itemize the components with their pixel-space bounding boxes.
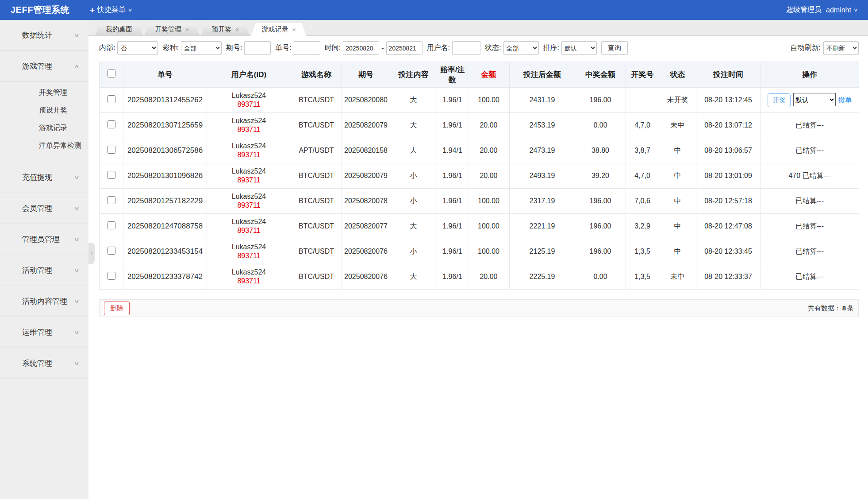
sidebar-item-管理员管理[interactable]: 管理员管理∨ [0,224,88,255]
row-select-cell [100,239,123,264]
bet-content-cell: 小 [390,189,437,214]
column-header-投注内容: 投注内容 [390,62,437,88]
row-checkbox[interactable] [108,171,115,179]
lottery-select[interactable]: 全部 [181,41,222,55]
sidebar-item-label: 管理员管理 [22,234,60,244]
select-all-checkbox[interactable] [108,70,115,77]
amount-cell: 20.00 [468,264,510,290]
draw-no-cell: 1,3,5 [626,239,659,264]
sidebar-item-会员管理[interactable]: 会员管理∨ [0,193,88,224]
row-checkbox[interactable] [108,247,115,255]
balance-after-cell: 2493.19 [510,163,575,189]
row-select-cell [100,88,123,113]
order-no-cell: 202508201257182229 [123,189,207,214]
table-row: 202508201233453154Lukasz524893711BTC/USD… [100,239,859,264]
row-checkbox[interactable] [108,146,115,154]
game-cell: BTC/USDT [291,239,342,264]
sidebar-item-活动内容管理[interactable]: 活动内容管理∨ [0,286,88,317]
column-header-单号: 单号 [123,62,207,88]
tab-我的桌面[interactable]: 我的桌面 [95,23,143,36]
sidebar-item-充值提现[interactable]: 充值提现∨ [0,162,88,193]
row-checkbox[interactable] [108,196,115,204]
sidebar-subitem-注单异常检测[interactable]: 注单异常检测 [0,137,88,155]
auto-refresh-select[interactable]: 不刷新 [823,41,859,55]
quick-menu-button[interactable]: + 快捷菜单 ∨ [90,5,132,15]
close-icon[interactable]: × [235,27,239,33]
win-amount-cell: 0.00 [575,264,626,290]
row-checkbox[interactable] [108,272,115,280]
user-menu[interactable]: adminht ∨ [826,6,857,14]
sidebar-item-数据统计[interactable]: 数据统计∨ [0,20,88,50]
query-button[interactable]: 查询 [601,41,628,55]
cancel-order-link[interactable]: 撤单 [838,96,852,104]
time-from-input[interactable] [343,41,379,55]
win-amount-cell: 39.20 [575,163,626,189]
user-role-label: 超级管理员 [786,5,822,15]
tab-开奖管理[interactable]: 开奖管理× [144,23,200,36]
sidebar-subitem-开奖管理[interactable]: 开奖管理 [0,84,88,101]
amount-cell: 100.00 [468,239,510,264]
username-input[interactable] [452,41,480,55]
tab-预开奖[interactable]: 预开奖× [201,23,250,36]
time-to-input[interactable] [386,41,422,55]
sidebar-subitem-游戏记录[interactable]: 游戏记录 [0,119,88,137]
bet-content-cell: 大 [390,138,437,163]
order-no-cell: 202508201233378742 [123,264,207,290]
tab-label: 游戏记录 [261,25,288,34]
action-cell: 已结算--- [760,264,859,290]
draw-no-cell: 3,8,7 [626,138,659,163]
action-cell: 已结算--- [760,189,859,214]
draw-no-cell [626,88,659,113]
column-header-操作: 操作 [760,62,859,88]
sidebar-item-运维管理[interactable]: 运维管理∨ [0,317,88,348]
game-cell: BTC/USDT [291,214,342,239]
sidebar-subitem-预设开奖[interactable]: 预设开奖 [0,101,88,119]
sidebar-item-label: 充值提现 [22,172,52,182]
chevron-down-icon: ∨ [853,7,858,13]
issue-cell: 20250820079 [342,113,390,138]
odds-cell: 1.96/1 [437,214,468,239]
sidebar-item-活动管理[interactable]: 活动管理∨ [0,255,88,286]
status-select[interactable]: 全部 [503,41,539,55]
win-amount-cell: 38.80 [575,138,626,163]
row-select-cell [100,138,123,163]
game-cell: APT/USDT [291,138,342,163]
order-no-cell: 202508201312455262 [123,88,207,113]
settled-text: 已结算--- [795,121,824,129]
action-cell: 开奖默认撤单 [760,88,859,113]
issue-cell: 20250820076 [342,239,390,264]
issue-cell: 20250820076 [342,264,390,290]
sidebar-item-label: 会员管理 [22,203,52,213]
close-icon[interactable]: × [292,27,296,33]
username-text: Lukasz524 [209,142,289,151]
close-icon[interactable]: × [185,27,189,33]
amount-cell: 100.00 [468,88,510,113]
issue-cell: 20250820077 [342,214,390,239]
internal-select[interactable]: 否 [117,41,158,55]
sort-select[interactable]: 默认 [561,41,597,55]
sidebar-item-游戏管理[interactable]: 游戏管理∧ [0,51,88,81]
order-input[interactable] [294,41,320,55]
issue-input[interactable] [244,41,271,55]
settled-text: 470 已结算--- [788,172,830,179]
username-text: Lukasz524 [209,91,289,100]
row-checkbox[interactable] [108,120,115,128]
row-checkbox[interactable] [108,221,115,229]
column-header-中奖金额: 中奖金额 [575,62,626,88]
user-cell: Lukasz524893711 [207,189,291,214]
sidebar-item-label: 数据统计 [22,30,52,40]
action-select[interactable]: 默认 [793,93,836,106]
status-cell: 未中 [659,113,696,138]
sidebar-collapse-handle[interactable]: ‹ [88,243,95,264]
row-checkbox[interactable] [108,95,115,103]
balance-after-cell: 2125.19 [510,239,575,264]
tab-游戏记录[interactable]: 游戏记录× [251,23,306,36]
delete-button[interactable]: 删除 [104,302,130,315]
win-amount-cell: 196.00 [575,88,626,113]
total-unit: 条 [847,304,854,312]
draw-button[interactable]: 开奖 [768,93,791,107]
settled-text: 已结算--- [795,222,824,230]
win-amount-cell: 196.00 [575,214,626,239]
tab-label: 我的桌面 [106,25,132,34]
sidebar-item-系统管理[interactable]: 系统管理∨ [0,348,88,379]
